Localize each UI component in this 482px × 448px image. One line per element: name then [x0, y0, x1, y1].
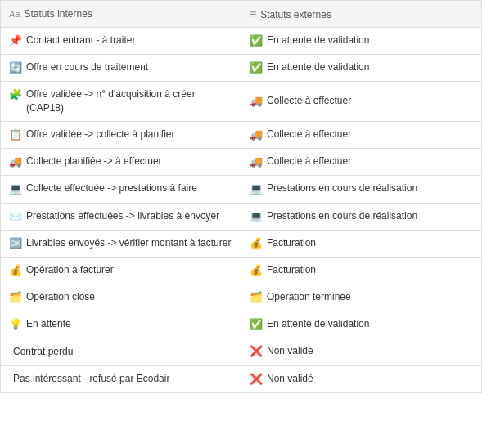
table-row: 🔄Offre en cours de traitement✅En attente…: [1, 55, 482, 82]
external-status-cell: 💻Prestations en cours de réalisation: [241, 176, 482, 203]
internal-emoji: 🧩: [9, 87, 22, 102]
internal-emoji: 💰: [9, 263, 22, 278]
status-mapping-table: Statuts internes Statuts externes 📌Conta…: [0, 0, 482, 393]
table-row: 🆗Livrables envoyés -> vérifier montant à…: [1, 230, 482, 257]
internal-status-text: Opération close: [26, 290, 95, 304]
external-emoji: 🚚: [250, 155, 263, 169]
internal-status-text: Livrables envoyés -> vérifier montant à …: [26, 236, 231, 250]
external-status-cell: ✅En attente de validation: [241, 311, 482, 338]
table-row: 🗂️Opération close🗂️Opération terminée: [1, 284, 482, 311]
aa-icon: [9, 8, 24, 20]
external-status-text: Collecte à effectuer: [267, 94, 351, 108]
external-status-text: En attente de validation: [267, 60, 369, 74]
internal-emoji: 🗂️: [9, 290, 22, 305]
internal-status-cell: 📋Offre validée -> collecte à planifier: [1, 121, 241, 148]
external-status-cell: 🚚Collecte à effectuer: [241, 121, 482, 148]
external-status-text: Prestations en cours de réalisation: [267, 209, 417, 223]
internal-emoji: 💡: [9, 317, 22, 332]
internal-status-cell: 💰Opération à facturer: [1, 257, 241, 284]
external-status-text: Facturation: [267, 236, 316, 250]
table-row: Contrat perdu❌Non validé: [1, 338, 482, 365]
list-icon: [250, 9, 260, 20]
external-emoji: ✅: [250, 60, 263, 75]
internal-status-text: Offre en cours de traitement: [26, 60, 148, 74]
internal-emoji: ✉️: [9, 209, 22, 224]
header-external-label: Statuts externes: [260, 9, 331, 20]
external-status-cell: 🚚Collecte à effectuer: [241, 82, 482, 122]
external-status-cell: ✅En attente de validation: [241, 55, 482, 82]
header-internal: Statuts internes: [1, 1, 241, 28]
internal-emoji: 🚚: [9, 155, 22, 169]
header-internal-label: Statuts internes: [24, 8, 92, 20]
external-status-cell: 🗂️Opération terminée: [241, 284, 482, 311]
external-status-cell: 🚚Collecte à effectuer: [241, 149, 482, 176]
external-status-cell: 💻Prestations en cours de réalisation: [241, 203, 482, 230]
internal-status-text: Offre validée -> collecte à planifier: [26, 128, 175, 141]
table-row: 🚚Collecte planifiée -> à effectuer🚚Colle…: [1, 149, 482, 176]
internal-status-cell: ✉️Prestations effectuées -> livrables à …: [1, 203, 241, 230]
table-row: 🧩Offre validée -> n° d'acquisition à cré…: [1, 82, 482, 122]
external-emoji: 🚚: [250, 94, 263, 109]
external-status-text: Facturation: [267, 263, 316, 277]
internal-emoji: 🔄: [9, 60, 22, 75]
internal-status-text: Contrat perdu: [13, 345, 73, 359]
external-emoji: ❌: [250, 344, 263, 359]
internal-status-text: En attente: [26, 317, 71, 331]
internal-status-text: Offre validée -> n° d'acquisition à crée…: [26, 87, 232, 115]
table-row: 📌Contact entrant - à traiter✅En attente …: [1, 28, 482, 55]
external-status-text: Non validé: [267, 344, 313, 358]
external-emoji: 🗂️: [250, 290, 263, 305]
internal-status-text: Prestations effectuées -> livrables à en…: [26, 209, 219, 223]
internal-status-cell: 🧩Offre validée -> n° d'acquisition à cré…: [1, 82, 241, 122]
external-emoji: ❌: [250, 372, 263, 387]
external-status-text: En attente de validation: [267, 317, 369, 331]
table-row: 💡En attente✅En attente de validation: [1, 311, 482, 338]
external-status-cell: ❌Non validé: [241, 338, 482, 365]
external-emoji: 🚚: [250, 128, 263, 142]
external-emoji: 💰: [250, 236, 263, 251]
external-status-text: Prestations en cours de réalisation: [267, 181, 417, 195]
internal-status-cell: 🆗Livrables envoyés -> vérifier montant à…: [1, 230, 241, 257]
table-row: ✉️Prestations effectuées -> livrables à …: [1, 203, 482, 230]
external-emoji: 💻: [250, 181, 263, 196]
internal-emoji: 💻: [9, 181, 22, 196]
header-external: Statuts externes: [241, 1, 482, 28]
internal-status-text: Opération à facturer: [26, 263, 114, 277]
external-status-text: Non validé: [267, 372, 313, 386]
internal-status-text: Collecte planifiée -> à effectuer: [26, 155, 162, 168]
external-status-text: Collecte à effectuer: [267, 128, 351, 141]
internal-status-cell: Contrat perdu: [1, 338, 241, 365]
internal-status-cell: 🗂️Opération close: [1, 284, 241, 311]
external-emoji: ✅: [250, 34, 263, 48]
internal-status-cell: 🔄Offre en cours de traitement: [1, 55, 241, 82]
internal-emoji: 📌: [9, 34, 22, 48]
internal-status-text: Contact entrant - à traiter: [26, 34, 135, 47]
external-status-cell: ❌Non validé: [241, 365, 482, 392]
external-emoji: ✅: [250, 317, 263, 332]
external-status-text: Collecte à effectuer: [267, 155, 351, 168]
table-row: Pas intéressant - refusé par Ecodair❌Non…: [1, 365, 482, 392]
external-status-cell: ✅En attente de validation: [241, 28, 482, 55]
external-status-text: En attente de validation: [267, 34, 369, 47]
internal-emoji: 🆗: [9, 236, 22, 251]
internal-status-cell: 📌Contact entrant - à traiter: [1, 28, 241, 55]
internal-status-cell: 💡En attente: [1, 311, 241, 338]
internal-status-cell: Pas intéressant - refusé par Ecodair: [1, 365, 241, 392]
internal-status-text: Collecte effectuée -> prestations à fair…: [26, 181, 197, 195]
internal-status-cell: 🚚Collecte planifiée -> à effectuer: [1, 149, 241, 176]
table-row: 💰Opération à facturer💰Facturation: [1, 257, 482, 284]
table-row: 📋Offre validée -> collecte à planifier🚚C…: [1, 121, 482, 148]
external-status-cell: 💰Facturation: [241, 257, 482, 284]
internal-status-text: Pas intéressant - refusé par Ecodair: [13, 372, 169, 386]
external-emoji: 💻: [250, 209, 263, 224]
internal-emoji: 📋: [9, 128, 22, 142]
external-status-text: Opération terminée: [267, 290, 351, 304]
internal-status-cell: 💻Collecte effectuée -> prestations à fai…: [1, 176, 241, 203]
external-status-cell: 💰Facturation: [241, 230, 482, 257]
table-row: 💻Collecte effectuée -> prestations à fai…: [1, 176, 482, 203]
external-emoji: 💰: [250, 263, 263, 278]
